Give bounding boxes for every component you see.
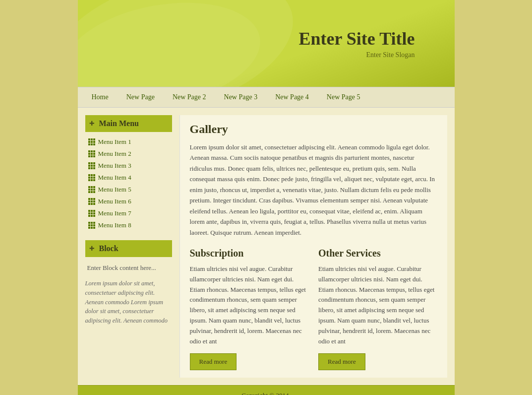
menu-item-7[interactable]: Menu Item 7 (85, 207, 172, 219)
menu-item-5[interactable]: Menu Item 5 (85, 184, 172, 196)
footer-text: Copyright © 2014. (241, 392, 290, 395)
menu-list: Menu Item 1 Menu Item 2 (85, 136, 172, 231)
other-services-col: Other Services Etiam ultricies nisi vel … (318, 248, 437, 370)
menu-item-4[interactable]: Menu Item 4 (85, 172, 172, 184)
site-footer: Copyright © 2014. (78, 385, 455, 395)
two-col-section: Subscription Etiam ultricies nisi vel au… (190, 248, 437, 370)
grid-icon-2 (88, 150, 95, 157)
menu-item-2[interactable]: Menu Item 2 (85, 148, 172, 160)
site-title: Enter Site Title (299, 28, 415, 49)
gallery-title: Gallery (190, 123, 437, 136)
nav-item-new-page[interactable]: New Page (118, 87, 164, 107)
block-title: Block (85, 240, 172, 257)
menu-item-6[interactable]: Menu Item 6 (85, 196, 172, 207)
grid-icon-8 (88, 222, 95, 229)
menu-item-8[interactable]: Menu Item 8 (85, 219, 172, 231)
nav-item-new-page-2[interactable]: New Page 2 (164, 87, 215, 107)
menu-item-1[interactable]: Menu Item 1 (85, 136, 172, 148)
grid-icon-7 (88, 210, 95, 217)
other-services-title: Other Services (318, 248, 437, 259)
sidebar: Main Menu Menu Item 1 Me (85, 115, 172, 378)
main-menu-title: Main Menu (85, 115, 172, 132)
block-placeholder: Enter Block content here... (85, 261, 172, 275)
gallery-text: Lorem ipsum dolor sit amet, consectetuer… (190, 142, 437, 238)
nav-item-new-page-3[interactable]: New Page 3 (215, 87, 267, 107)
block-text: Lorem ipsum dolor sit amet, consectetuer… (85, 279, 172, 326)
site-header: Enter Site Title Enter Site Slogan (78, 0, 455, 87)
main-content: Gallery Lorem ipsum dolor sit amet, cons… (179, 115, 447, 378)
menu-item-3[interactable]: Menu Item 3 (85, 160, 172, 172)
subscription-text: Etiam ultricies nisi vel augue. Curabitu… (190, 264, 309, 346)
nav-item-new-page-4[interactable]: New Page 4 (266, 87, 318, 107)
grid-icon-1 (88, 138, 95, 145)
grid-icon-3 (88, 162, 95, 169)
site-slogan: Enter Site Slogan (366, 51, 415, 59)
grid-icon-4 (88, 174, 95, 181)
block-section: Block Enter Block content here... Lorem … (85, 240, 172, 326)
grid-icon-5 (88, 186, 95, 193)
nav-bar: Home New Page New Page 2 New Page 3 New … (78, 87, 455, 108)
subscription-col: Subscription Etiam ultricies nisi vel au… (190, 248, 309, 370)
nav-item-home[interactable]: Home (83, 87, 118, 107)
other-services-text: Etiam ultricies nisi vel augue. Curabitu… (318, 264, 437, 346)
subscription-read-more-button[interactable]: Read more (190, 353, 237, 370)
nav-item-new-page-5[interactable]: New Page 5 (318, 87, 369, 107)
page-wrapper: Enter Site Title Enter Site Slogan Home … (78, 0, 455, 395)
content-area: Main Menu Menu Item 1 Me (78, 108, 455, 385)
other-services-read-more-button[interactable]: Read more (318, 353, 365, 370)
grid-icon-6 (88, 198, 95, 205)
subscription-title: Subscription (190, 248, 309, 259)
